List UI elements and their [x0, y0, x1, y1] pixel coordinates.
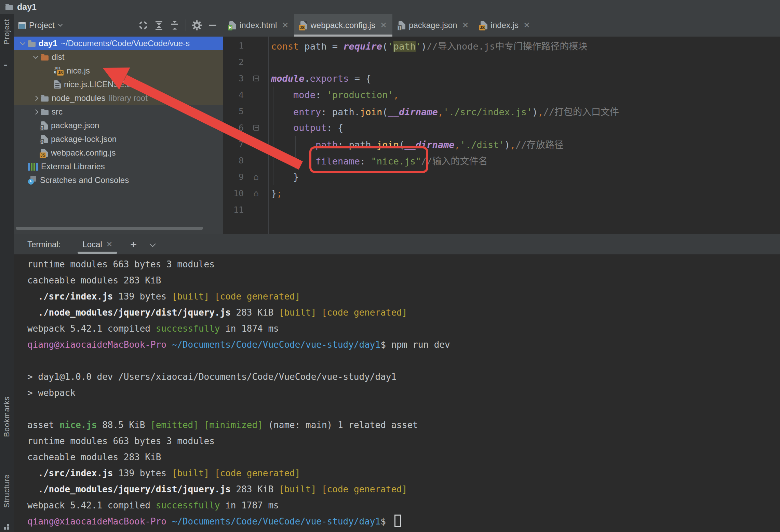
fold-marker-icon[interactable] — [244, 76, 268, 81]
tree-item-scratches-and-consoles[interactable]: Scratches and Consoles — [14, 173, 223, 187]
tree-item-day1[interactable]: day1~/Documents/Code/VueCode/vue-s — [14, 37, 223, 50]
line-number: 9 — [223, 172, 244, 182]
code-text: }; — [268, 188, 282, 199]
tree-item-label: nice.js — [67, 66, 90, 76]
tree-item-label: dist — [52, 52, 64, 62]
libraries-icon — [28, 162, 38, 171]
left-tool-strip: Project Bookmarks Structure — [0, 14, 14, 532]
fold-marker-icon[interactable]: ⌂ — [244, 189, 268, 198]
tab-label: index.html — [240, 21, 277, 30]
editor-tab-webpack-config-js[interactable]: JSwebpack.config.js✕ — [294, 14, 393, 37]
code-line-7: 7 path: path.join(__dirname,'./dist'),//… — [223, 136, 780, 152]
terminal-line: qiang@xiaocaideMacBook-Pro ~/Documents/C… — [27, 514, 780, 530]
code-line-3: 3module.exports = { — [223, 70, 780, 87]
new-terminal-button[interactable]: + — [130, 238, 137, 251]
tree-item-nice-js-license-txt[interactable]: nice.js.LICENSE.txt — [14, 78, 223, 91]
editor-tab-index-js[interactable]: JSindex.js✕ — [474, 14, 536, 37]
window-title-bar: day1 — [0, 0, 780, 14]
tree-item-label: package-lock.json — [51, 134, 117, 144]
terminal-options-chevron-icon[interactable] — [150, 241, 155, 248]
tree-item-package-lock-json[interactable]: {}package-lock.json — [14, 132, 223, 146]
code-text: filename: "nice.js"//输入的文件名 — [268, 154, 487, 167]
project-view-dropdown-icon[interactable] — [58, 22, 63, 27]
fold-marker-icon[interactable]: ⌂ — [244, 172, 268, 181]
code-line-8: 8 filename: "nice.js"//输入的文件名 — [223, 152, 780, 169]
tree-item-dist[interactable]: dist — [14, 50, 223, 64]
tree-item-label: package.json — [51, 121, 99, 130]
terminal-line: qiang@xiaocaideMacBook-Pro ~/Documents/C… — [27, 337, 780, 353]
terminal-line: runtime modules 663 bytes 3 modules — [27, 256, 780, 272]
code-text: path: path.join(__dirname,'./dist'),//存放… — [268, 137, 564, 151]
terminal-output[interactable]: runtime modules 663 bytes 3 modulescache… — [14, 254, 780, 532]
tree-item-external-libraries[interactable]: External Libraries — [14, 160, 223, 173]
locate-file-button[interactable] — [137, 19, 149, 31]
editor-tab-package-json[interactable]: {}package.json✕ — [392, 14, 474, 37]
line-number: 2 — [223, 57, 244, 67]
tab-close-icon[interactable]: ✕ — [282, 21, 288, 30]
tree-chevron-icon[interactable] — [30, 110, 41, 114]
terminal-line: cacheable modules 283 KiB — [27, 449, 780, 465]
project-horizontal-scrollbar[interactable] — [16, 227, 203, 230]
code-text: output: { — [268, 122, 343, 133]
tree-item-webpack-config-js[interactable]: JSwebpack.config.js — [14, 146, 223, 160]
tree-item-label: src — [52, 107, 63, 117]
fold-marker-icon[interactable] — [244, 125, 268, 131]
tree-item-label: Scratches and Consoles — [40, 175, 129, 185]
terminal-tab-close-icon[interactable]: ✕ — [106, 240, 112, 249]
terminal-line: ./node_modules/jquery/dist/jquery.js 283… — [27, 305, 780, 321]
tree-chevron-icon[interactable] — [30, 56, 41, 58]
tab-close-icon[interactable]: ✕ — [523, 21, 530, 30]
terminal-line — [27, 353, 780, 369]
terminal-line: ./node_modules/jquery/dist/jquery.js 283… — [27, 481, 780, 497]
terminal-line: webpack 5.42.1 compiled successfully in … — [27, 321, 780, 337]
tree-item-label: node_modules — [52, 93, 105, 103]
hide-panel-button[interactable] — [206, 19, 219, 31]
code-editor[interactable]: 1const path = require('path')//导入node.js… — [223, 37, 780, 234]
code-text: entry: path.join(__dirname,'./src/index.… — [268, 105, 619, 118]
terminal-line: ./src/index.js 139 bytes [built] [code g… — [27, 465, 780, 481]
code-line-9: 9⌂ } — [223, 169, 780, 185]
code-line-6: 6 output: { — [223, 119, 780, 136]
tree-item-nice-js[interactable]: 1010JSnice.js — [14, 64, 223, 78]
project-view-icon — [18, 22, 26, 29]
tab-close-icon[interactable]: ✕ — [462, 21, 469, 30]
code-line-11: 11 — [223, 201, 780, 218]
terminal-line: asset nice.js 88.5 KiB [emitted] [minimi… — [27, 417, 780, 433]
code-text: module.exports = { — [268, 73, 371, 84]
tool-button-structure[interactable]: Structure — [2, 474, 11, 508]
tool-button-bookmarks[interactable]: Bookmarks — [2, 396, 11, 437]
indent-guide — [295, 136, 296, 169]
header-separator — [186, 19, 186, 31]
scratches-icon — [28, 176, 37, 185]
expand-all-button[interactable] — [153, 19, 165, 31]
tree-chevron-icon[interactable] — [30, 96, 41, 100]
code-line-4: 4 mode: 'production', — [223, 87, 780, 103]
collapse-all-button[interactable] — [169, 19, 181, 31]
project-view-title[interactable]: Project — [29, 21, 55, 30]
terminal-line: cacheable modules 283 KiB — [27, 272, 780, 289]
js-min-icon: 1010JS — [54, 66, 64, 75]
tree-item-src[interactable]: src — [14, 105, 223, 119]
terminal-line: > webpack — [27, 385, 780, 401]
folder-icon — [41, 110, 49, 115]
folder-orange-icon — [41, 55, 49, 61]
settings-gear-button[interactable] — [191, 19, 203, 31]
window-folder-icon — [5, 5, 13, 10]
code-line-10: 10⌂}; — [223, 185, 780, 201]
tree-chevron-icon[interactable] — [17, 42, 28, 44]
terminal-tab-local[interactable]: Local ✕ — [79, 234, 116, 254]
json-file-icon: {} — [41, 121, 48, 130]
tab-close-icon[interactable]: ✕ — [380, 21, 387, 30]
folder-icon — [28, 42, 36, 47]
terminal-line: webpack 5.42.1 compiled successfully in … — [27, 497, 780, 514]
line-number: 6 — [223, 123, 244, 133]
editor-tab-index-html[interactable]: Hindex.html✕ — [223, 14, 294, 37]
terminal-line — [27, 401, 780, 417]
code-line-2: 2 — [223, 54, 780, 70]
text-file-icon — [54, 80, 61, 89]
tree-item-node-modules[interactable]: node_moduleslibrary root — [14, 91, 223, 105]
tool-button-project[interactable]: Project — [2, 19, 11, 44]
terminal-line: runtime modules 663 bytes 3 modules — [27, 433, 780, 449]
tree-item-suffix: ~/Documents/Code/VueCode/vue-s — [61, 39, 190, 48]
tree-item-package-json[interactable]: {}package.json — [14, 119, 223, 132]
